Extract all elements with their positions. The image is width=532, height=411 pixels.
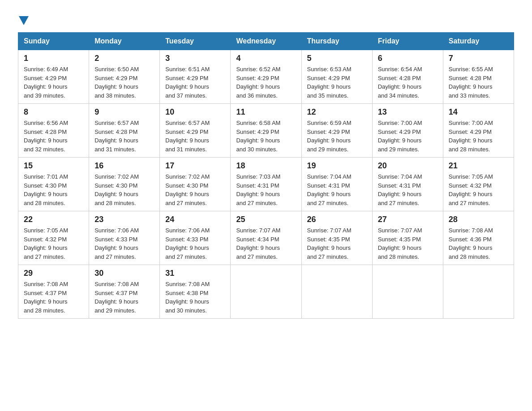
day-info: Sunrise: 7:01 AMSunset: 4:30 PMDaylight:… xyxy=(24,173,68,206)
col-tuesday: Tuesday xyxy=(160,33,231,50)
day-number: 15 xyxy=(24,161,83,171)
col-sunday: Sunday xyxy=(18,33,89,50)
day-info: Sunrise: 6:57 AMSunset: 4:28 PMDaylight:… xyxy=(94,120,139,153)
day-info: Sunrise: 7:08 AMSunset: 4:38 PMDaylight:… xyxy=(165,281,210,314)
table-row xyxy=(443,265,514,319)
day-info: Sunrise: 7:05 AMSunset: 4:32 PMDaylight:… xyxy=(24,227,68,260)
day-info: Sunrise: 7:05 AMSunset: 4:32 PMDaylight:… xyxy=(449,173,493,206)
page-header xyxy=(18,13,514,23)
day-info: Sunrise: 6:57 AMSunset: 4:29 PMDaylight:… xyxy=(165,120,210,153)
svg-marker-0 xyxy=(19,16,29,25)
calendar-table: Sunday Monday Tuesday Wednesday Thursday… xyxy=(18,32,514,319)
day-number: 24 xyxy=(165,215,225,224)
table-row: 2 Sunrise: 6:50 AMSunset: 4:29 PMDayligh… xyxy=(89,50,160,104)
day-info: Sunrise: 6:52 AMSunset: 4:29 PMDaylight:… xyxy=(236,66,280,99)
day-number: 18 xyxy=(236,161,296,171)
day-info: Sunrise: 7:04 AMSunset: 4:31 PMDaylight:… xyxy=(378,173,422,206)
table-row: 30 Sunrise: 7:08 AMSunset: 4:37 PMDaylig… xyxy=(89,265,160,319)
day-number: 26 xyxy=(307,215,367,224)
day-info: Sunrise: 6:54 AMSunset: 4:28 PMDaylight:… xyxy=(378,66,422,99)
calendar-header-row: Sunday Monday Tuesday Wednesday Thursday… xyxy=(18,33,514,50)
day-info: Sunrise: 6:56 AMSunset: 4:28 PMDaylight:… xyxy=(24,120,68,153)
day-info: Sunrise: 7:06 AMSunset: 4:33 PMDaylight:… xyxy=(165,227,210,260)
table-row: 3 Sunrise: 6:51 AMSunset: 4:29 PMDayligh… xyxy=(160,50,231,104)
table-row: 13 Sunrise: 7:00 AMSunset: 4:29 PMDaylig… xyxy=(372,104,443,158)
day-info: Sunrise: 6:58 AMSunset: 4:29 PMDaylight:… xyxy=(236,120,280,153)
day-number: 17 xyxy=(165,161,225,171)
logo-triangle-icon xyxy=(19,16,29,25)
table-row: 31 Sunrise: 7:08 AMSunset: 4:38 PMDaylig… xyxy=(160,265,231,319)
calendar-week-row: 8 Sunrise: 6:56 AMSunset: 4:28 PMDayligh… xyxy=(18,104,514,158)
day-number: 11 xyxy=(236,107,296,117)
day-info: Sunrise: 6:59 AMSunset: 4:29 PMDaylight:… xyxy=(307,120,352,153)
day-number: 16 xyxy=(94,161,154,171)
table-row xyxy=(372,265,443,319)
calendar-week-row: 29 Sunrise: 7:08 AMSunset: 4:37 PMDaylig… xyxy=(18,265,514,319)
calendar-week-row: 15 Sunrise: 7:01 AMSunset: 4:30 PMDaylig… xyxy=(18,158,514,211)
day-info: Sunrise: 6:53 AMSunset: 4:29 PMDaylight:… xyxy=(307,66,352,99)
day-number: 7 xyxy=(449,54,508,63)
day-number: 30 xyxy=(94,269,154,278)
table-row: 8 Sunrise: 6:56 AMSunset: 4:28 PMDayligh… xyxy=(18,104,89,158)
day-number: 22 xyxy=(24,215,83,224)
col-wednesday: Wednesday xyxy=(231,33,301,50)
table-row: 24 Sunrise: 7:06 AMSunset: 4:33 PMDaylig… xyxy=(160,211,231,265)
calendar-week-row: 1 Sunrise: 6:49 AMSunset: 4:29 PMDayligh… xyxy=(18,50,514,104)
day-number: 28 xyxy=(449,215,508,224)
table-row xyxy=(301,265,372,319)
table-row: 29 Sunrise: 7:08 AMSunset: 4:37 PMDaylig… xyxy=(18,265,89,319)
day-info: Sunrise: 7:00 AMSunset: 4:29 PMDaylight:… xyxy=(449,120,493,153)
day-number: 19 xyxy=(307,161,367,171)
table-row: 4 Sunrise: 6:52 AMSunset: 4:29 PMDayligh… xyxy=(231,50,301,104)
day-info: Sunrise: 7:02 AMSunset: 4:30 PMDaylight:… xyxy=(94,173,139,206)
day-number: 23 xyxy=(94,215,154,224)
table-row: 26 Sunrise: 7:07 AMSunset: 4:35 PMDaylig… xyxy=(301,211,372,265)
table-row: 6 Sunrise: 6:54 AMSunset: 4:28 PMDayligh… xyxy=(372,50,443,104)
day-number: 29 xyxy=(24,269,83,278)
day-number: 12 xyxy=(307,107,367,117)
day-info: Sunrise: 6:49 AMSunset: 4:29 PMDaylight:… xyxy=(24,66,68,99)
day-number: 8 xyxy=(24,107,83,117)
table-row: 28 Sunrise: 7:08 AMSunset: 4:36 PMDaylig… xyxy=(443,211,514,265)
day-number: 1 xyxy=(24,54,83,63)
day-info: Sunrise: 7:07 AMSunset: 4:35 PMDaylight:… xyxy=(307,227,352,260)
table-row: 19 Sunrise: 7:04 AMSunset: 4:31 PMDaylig… xyxy=(301,158,372,211)
day-info: Sunrise: 7:08 AMSunset: 4:37 PMDaylight:… xyxy=(94,281,139,314)
table-row: 20 Sunrise: 7:04 AMSunset: 4:31 PMDaylig… xyxy=(372,158,443,211)
day-info: Sunrise: 7:02 AMSunset: 4:30 PMDaylight:… xyxy=(165,173,210,206)
day-number: 20 xyxy=(378,161,438,171)
day-number: 3 xyxy=(165,54,225,63)
day-number: 5 xyxy=(307,54,367,63)
day-info: Sunrise: 7:03 AMSunset: 4:31 PMDaylight:… xyxy=(236,173,280,206)
table-row: 1 Sunrise: 6:49 AMSunset: 4:29 PMDayligh… xyxy=(18,50,89,104)
day-number: 6 xyxy=(378,54,438,63)
table-row: 23 Sunrise: 7:06 AMSunset: 4:33 PMDaylig… xyxy=(89,211,160,265)
calendar-week-row: 22 Sunrise: 7:05 AMSunset: 4:32 PMDaylig… xyxy=(18,211,514,265)
day-number: 21 xyxy=(449,161,508,171)
table-row: 5 Sunrise: 6:53 AMSunset: 4:29 PMDayligh… xyxy=(301,50,372,104)
day-info: Sunrise: 7:08 AMSunset: 4:37 PMDaylight:… xyxy=(24,281,68,314)
table-row: 18 Sunrise: 7:03 AMSunset: 4:31 PMDaylig… xyxy=(231,158,301,211)
day-number: 13 xyxy=(378,107,438,117)
col-saturday: Saturday xyxy=(443,33,514,50)
table-row: 21 Sunrise: 7:05 AMSunset: 4:32 PMDaylig… xyxy=(443,158,514,211)
day-info: Sunrise: 7:06 AMSunset: 4:33 PMDaylight:… xyxy=(94,227,139,260)
table-row: 17 Sunrise: 7:02 AMSunset: 4:30 PMDaylig… xyxy=(160,158,231,211)
day-info: Sunrise: 6:51 AMSunset: 4:29 PMDaylight:… xyxy=(165,66,210,99)
table-row: 25 Sunrise: 7:07 AMSunset: 4:34 PMDaylig… xyxy=(231,211,301,265)
day-info: Sunrise: 7:04 AMSunset: 4:31 PMDaylight:… xyxy=(307,173,352,206)
col-thursday: Thursday xyxy=(301,33,372,50)
table-row: 11 Sunrise: 6:58 AMSunset: 4:29 PMDaylig… xyxy=(231,104,301,158)
day-info: Sunrise: 7:07 AMSunset: 4:34 PMDaylight:… xyxy=(236,227,280,260)
table-row xyxy=(231,265,301,319)
day-info: Sunrise: 6:50 AMSunset: 4:29 PMDaylight:… xyxy=(94,66,139,99)
table-row: 22 Sunrise: 7:05 AMSunset: 4:32 PMDaylig… xyxy=(18,211,89,265)
day-info: Sunrise: 7:00 AMSunset: 4:29 PMDaylight:… xyxy=(378,120,422,153)
table-row: 7 Sunrise: 6:55 AMSunset: 4:28 PMDayligh… xyxy=(443,50,514,104)
day-info: Sunrise: 7:07 AMSunset: 4:35 PMDaylight:… xyxy=(378,227,422,260)
day-number: 10 xyxy=(165,107,225,117)
col-monday: Monday xyxy=(89,33,160,50)
day-info: Sunrise: 7:08 AMSunset: 4:36 PMDaylight:… xyxy=(449,227,493,260)
day-number: 4 xyxy=(236,54,296,63)
day-number: 14 xyxy=(449,107,508,117)
